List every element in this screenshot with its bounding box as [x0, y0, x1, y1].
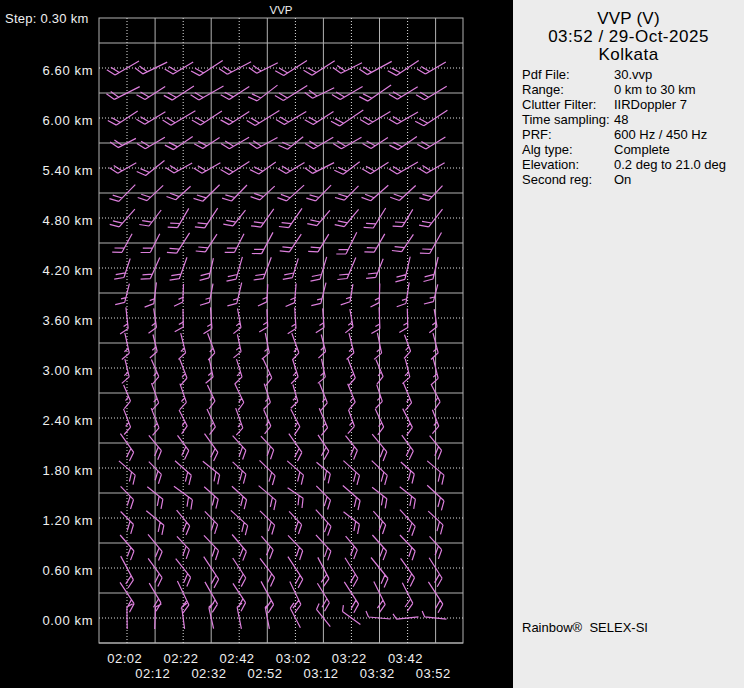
svg-text:2.40 km: 2.40 km [42, 413, 93, 428]
svg-text:02:02: 02:02 [107, 651, 142, 666]
svg-text:03:12: 03:12 [304, 666, 339, 681]
svg-text:Step: 0.30 km: Step: 0.30 km [5, 11, 88, 26]
svg-text:03:22: 03:22 [332, 651, 367, 666]
svg-text:VVP: VVP [269, 4, 292, 16]
svg-text:3.00 km: 3.00 km [42, 363, 93, 378]
svg-text:02:22: 02:22 [163, 651, 198, 666]
svg-text:1.80 km: 1.80 km [42, 463, 93, 478]
svg-text:02:42: 02:42 [220, 651, 255, 666]
svg-text:1.20 km: 1.20 km [42, 513, 93, 528]
svg-text:03:52: 03:52 [416, 666, 451, 681]
svg-text:03:42: 03:42 [388, 651, 423, 666]
svg-text:0.00 km: 0.00 km [42, 613, 93, 628]
svg-text:4.80 km: 4.80 km [42, 213, 93, 228]
svg-text:6.00 km: 6.00 km [42, 113, 93, 128]
svg-text:02:12: 02:12 [135, 666, 170, 681]
svg-text:3.60 km: 3.60 km [42, 313, 93, 328]
svg-text:03:02: 03:02 [276, 651, 311, 666]
svg-text:02:32: 02:32 [191, 666, 226, 681]
svg-text:5.40 km: 5.40 km [42, 163, 93, 178]
svg-text:02:52: 02:52 [247, 666, 282, 681]
svg-text:4.20 km: 4.20 km [42, 263, 93, 278]
svg-text:03:32: 03:32 [360, 666, 395, 681]
svg-text:6.60 km: 6.60 km [42, 63, 93, 78]
svg-text:0.60 km: 0.60 km [42, 563, 93, 578]
